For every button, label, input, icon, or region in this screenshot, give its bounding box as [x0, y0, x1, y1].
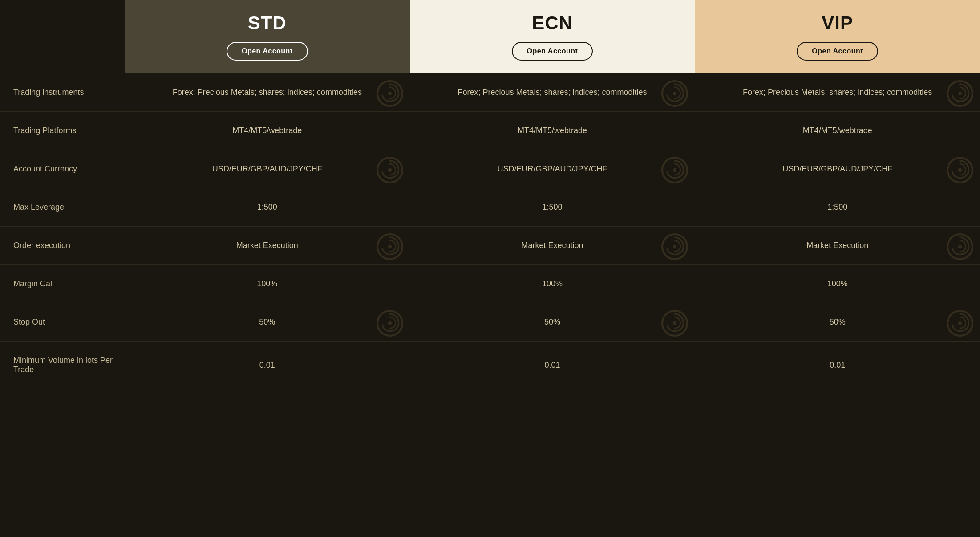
row-label-max-leverage: Max Leverage — [0, 188, 125, 226]
row-label-min-volume: Minimum Volume in lots Per Trade — [0, 341, 125, 389]
watermark-icon — [944, 308, 976, 339]
std-open-account-button[interactable]: Open Account — [227, 42, 308, 61]
row-value-text-max-leverage-col1: 1:500 — [542, 203, 562, 212]
watermark-icon — [659, 308, 690, 339]
row-value-margin-call-col2: 100% — [695, 264, 980, 303]
svg-point-17 — [958, 245, 962, 248]
svg-point-13 — [388, 245, 391, 248]
row-value-trading-instruments-col0: Forex; Precious Metals; shares; indices;… — [125, 73, 410, 111]
row-value-order-execution-col2: Market Execution — [695, 226, 980, 264]
row-value-trading-platforms-col0: MT4/MT5/webtrade — [125, 111, 410, 150]
comparison-table: STD Open Account ECN Open Account VIP Op… — [0, 0, 980, 389]
row-value-max-leverage-col2: 1:500 — [695, 188, 980, 226]
row-value-min-volume-col1: 0.01 — [410, 341, 695, 389]
header-ecn: ECN Open Account — [410, 0, 695, 73]
row-value-text-margin-call-col2: 100% — [827, 279, 848, 289]
row-value-order-execution-col1: Market Execution — [410, 226, 695, 264]
svg-point-11 — [958, 168, 962, 172]
svg-point-3 — [673, 92, 676, 95]
row-value-text-trading-platforms-col2: MT4/MT5/webtrade — [803, 126, 872, 135]
row-label-text-margin-call: Margin Call — [13, 279, 54, 289]
watermark-icon — [659, 155, 690, 186]
watermark-icon — [944, 78, 976, 109]
row-value-account-currency-col1: USD/EUR/GBP/AUD/JPY/CHF — [410, 150, 695, 188]
row-value-stop-out-col1: 50% — [410, 303, 695, 341]
row-label-text-max-leverage: Max Leverage — [13, 203, 64, 212]
row-value-text-trading-instruments-col1: Forex; Precious Metals; shares; indices;… — [458, 88, 647, 97]
svg-point-6 — [377, 158, 402, 183]
svg-point-1 — [388, 92, 391, 95]
vip-open-account-button[interactable]: Open Account — [797, 42, 878, 61]
row-value-text-margin-call-col1: 100% — [542, 279, 563, 289]
vip-title: VIP — [822, 12, 853, 34]
svg-point-0 — [377, 81, 402, 106]
row-value-text-order-execution-col1: Market Execution — [521, 241, 583, 250]
row-value-trading-platforms-col2: MT4/MT5/webtrade — [695, 111, 980, 150]
svg-point-10 — [948, 158, 972, 183]
svg-point-9 — [673, 168, 676, 172]
watermark-icon — [374, 231, 405, 262]
row-value-text-min-volume-col0: 0.01 — [259, 361, 275, 370]
row-value-text-account-currency-col2: USD/EUR/GBP/AUD/JPY/CHF — [782, 164, 892, 174]
svg-point-5 — [958, 92, 962, 95]
row-value-account-currency-col0: USD/EUR/GBP/AUD/JPY/CHF — [125, 150, 410, 188]
row-value-text-trading-instruments-col0: Forex; Precious Metals; shares; indices;… — [173, 88, 362, 97]
row-value-text-order-execution-col2: Market Execution — [806, 241, 868, 250]
svg-point-22 — [948, 311, 972, 336]
row-value-max-leverage-col0: 1:500 — [125, 188, 410, 226]
svg-point-21 — [673, 321, 676, 325]
row-value-text-max-leverage-col2: 1:500 — [827, 203, 847, 212]
row-value-trading-platforms-col1: MT4/MT5/webtrade — [410, 111, 695, 150]
row-value-trading-instruments-col1: Forex; Precious Metals; shares; indices;… — [410, 73, 695, 111]
ecn-open-account-button[interactable]: Open Account — [512, 42, 593, 61]
row-label-text-account-currency: Account Currency — [13, 164, 77, 174]
row-value-text-account-currency-col1: USD/EUR/GBP/AUD/JPY/CHF — [497, 164, 607, 174]
svg-point-18 — [377, 311, 402, 336]
row-value-text-trading-platforms-col1: MT4/MT5/webtrade — [518, 126, 587, 135]
svg-point-16 — [948, 234, 972, 259]
row-label-account-currency: Account Currency — [0, 150, 125, 188]
row-label-text-stop-out: Stop Out — [13, 317, 45, 327]
row-label-margin-call: Margin Call — [0, 264, 125, 303]
row-value-text-stop-out-col1: 50% — [544, 317, 560, 327]
header-vip: VIP Open Account — [695, 0, 980, 73]
row-value-text-account-currency-col0: USD/EUR/GBP/AUD/JPY/CHF — [212, 164, 322, 174]
row-label-text-trading-instruments: Trading instruments — [13, 88, 84, 97]
row-value-min-volume-col2: 0.01 — [695, 341, 980, 389]
row-value-text-max-leverage-col0: 1:500 — [257, 203, 277, 212]
svg-point-23 — [958, 321, 962, 325]
row-value-text-order-execution-col0: Market Execution — [236, 241, 298, 250]
row-value-text-stop-out-col0: 50% — [259, 317, 275, 327]
row-value-text-margin-call-col0: 100% — [257, 279, 277, 289]
row-value-stop-out-col2: 50% — [695, 303, 980, 341]
row-value-account-currency-col2: USD/EUR/GBP/AUD/JPY/CHF — [695, 150, 980, 188]
watermark-icon — [659, 78, 690, 109]
watermark-icon — [659, 231, 690, 262]
row-label-text-trading-platforms: Trading Platforms — [13, 126, 76, 135]
svg-point-15 — [673, 245, 676, 248]
ecn-title: ECN — [532, 12, 573, 34]
header-std: STD Open Account — [125, 0, 410, 73]
row-value-margin-call-col0: 100% — [125, 264, 410, 303]
std-title: STD — [248, 12, 287, 34]
row-value-text-trading-platforms-col0: MT4/MT5/webtrade — [232, 126, 302, 135]
svg-point-12 — [377, 234, 402, 259]
row-value-max-leverage-col1: 1:500 — [410, 188, 695, 226]
svg-point-4 — [948, 81, 972, 106]
svg-point-8 — [662, 158, 687, 183]
watermark-icon — [374, 308, 405, 339]
row-value-text-min-volume-col1: 0.01 — [544, 361, 560, 370]
svg-point-7 — [388, 168, 391, 172]
row-label-text-order-execution: Order execution — [13, 241, 70, 250]
row-value-trading-instruments-col2: Forex; Precious Metals; shares; indices;… — [695, 73, 980, 111]
svg-point-20 — [662, 311, 687, 336]
row-value-text-min-volume-col2: 0.01 — [830, 361, 845, 370]
row-label-order-execution: Order execution — [0, 226, 125, 264]
row-value-text-stop-out-col2: 50% — [830, 317, 846, 327]
watermark-icon — [374, 155, 405, 186]
svg-point-19 — [388, 321, 391, 325]
svg-point-14 — [662, 234, 687, 259]
header-label-empty — [0, 0, 125, 73]
svg-point-2 — [662, 81, 687, 106]
row-value-margin-call-col1: 100% — [410, 264, 695, 303]
